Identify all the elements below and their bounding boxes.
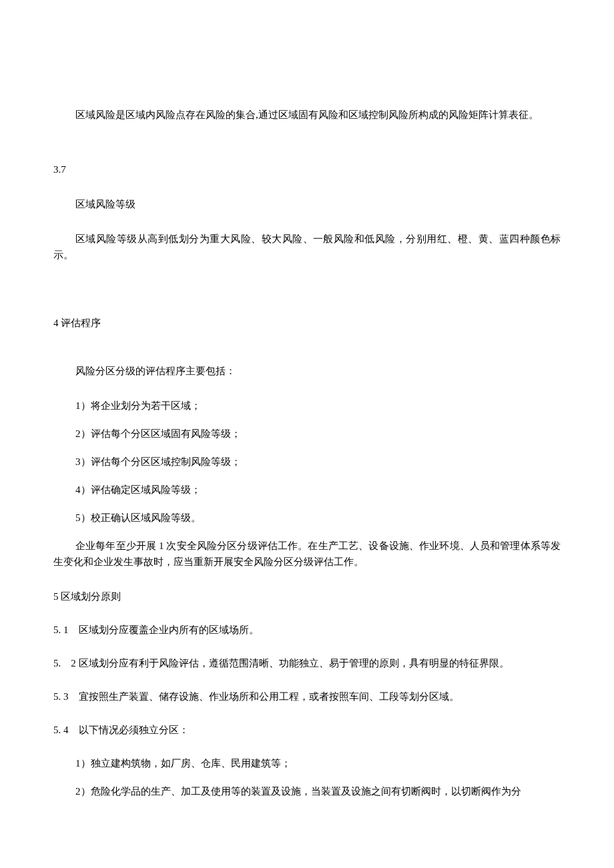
section-4-item-4: 4）评估确定区域风险等级； — [53, 482, 561, 498]
section-4-item-5: 5）校正确认区域风险等级。 — [53, 510, 561, 526]
section-3-7-number: 3.7 — [53, 161, 561, 177]
section-4-heading: 4 评估程序 — [53, 315, 561, 331]
section-3-7-title: 区域风险等级 — [53, 196, 561, 212]
section-4-item-3: 3）评估每个分区区域控制风险等级； — [53, 454, 561, 470]
definition-paragraph: 区域风险是区域内风险点存在风险的集合,通过区域固有风险和区域控制风险所构成的风险… — [53, 107, 561, 123]
section-3-7-body: 区域风险等级从高到低划分为重大风险、较大风险、一般风险和低风险，分别用红、橙、黄… — [53, 231, 561, 263]
section-5-4-item-2: 2）危险化学品的生产、加工及使用等的装置及设施，当装置及设施之间有切断阀时，以切… — [53, 783, 561, 799]
section-4-intro: 风险分区分级的评估程序主要包括： — [53, 363, 561, 379]
section-4-item-2: 2）评估每个分区区域固有风险等级； — [53, 426, 561, 442]
section-5-4-item-1: 1）独立建构筑物，如厂房、仓库、民用建筑等； — [53, 755, 561, 771]
section-4-item-1: 1）将企业划分为若干区域； — [53, 398, 561, 414]
section-5-1: 5. 1 区域划分应覆盖企业内所有的区域场所。 — [53, 622, 561, 638]
section-5-3: 5. 3 宜按照生产装置、储存设施、作业场所和公用工程，或者按照车间、工段等划分… — [53, 689, 561, 705]
section-5-heading: 5 区域划分原则 — [53, 588, 561, 604]
section-4-paragraph: 企业每年至少开展 1 次安全风险分区分级评估工作。在生产工艺、设备设施、作业环境… — [53, 538, 561, 570]
section-5-4: 5. 4 以下情况必须独立分区： — [53, 722, 561, 738]
section-5-2: 5. 2 区域划分应有利于风险评估，遵循范围清晰、功能独立、易于管理的原则，具有… — [53, 655, 561, 671]
